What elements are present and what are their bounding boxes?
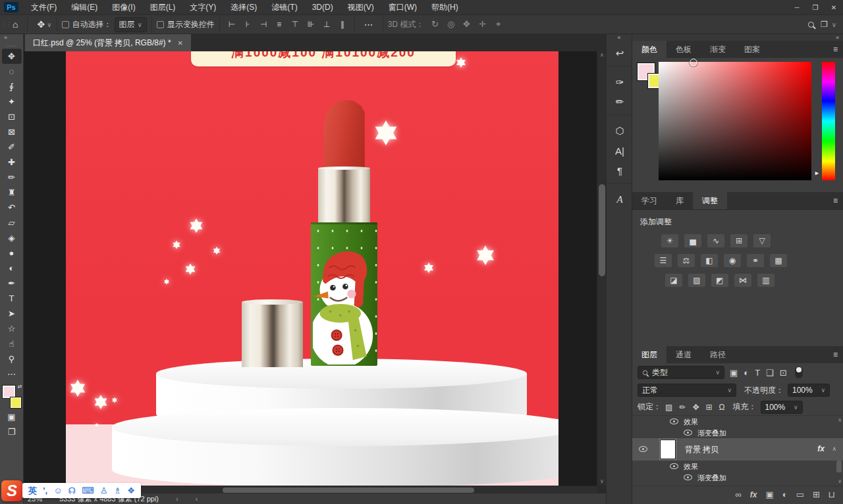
tool-magic-wand[interactable]: ✦ (2, 94, 22, 109)
panel-tab[interactable]: 调整 (693, 192, 727, 209)
align-middle-icon[interactable]: ⊪ (304, 20, 318, 29)
align-top-icon[interactable]: ⊤ (288, 20, 302, 29)
tool-shape[interactable]: ☆ (2, 321, 22, 336)
adj-threshold-icon[interactable]: ◩ (711, 274, 728, 287)
tool-dropdown-icon[interactable]: ∨ (47, 21, 51, 28)
opacity-field[interactable]: 100%∨ (788, 384, 830, 397)
adj-black-white-icon[interactable]: ◧ (701, 254, 718, 267)
panel-tab[interactable]: 图层 (632, 346, 666, 363)
glyphs-panel-icon[interactable]: A (607, 189, 633, 209)
distribute-v-icon[interactable]: ∥ (335, 20, 350, 29)
more-options-icon[interactable]: ⋯ (360, 19, 378, 30)
tool-hand[interactable]: ☝ (2, 336, 22, 351)
close-button[interactable]: ✕ (825, 0, 843, 14)
character-panel-icon[interactable]: A| (607, 141, 633, 161)
panel-tab[interactable]: 库 (666, 192, 693, 209)
adj-posterize-icon[interactable]: ▨ (688, 274, 705, 287)
ime-toolbox-icon[interactable]: ❖ (127, 486, 135, 495)
tool-healing-brush[interactable]: ✚ (2, 155, 22, 170)
adj-gradient-map-icon[interactable]: ▥ (757, 274, 775, 287)
layer-gradient-overlay-row[interactable]: 渐变叠加 (632, 427, 843, 438)
quick-mask-icon[interactable]: ▣ (2, 409, 22, 424)
foreground-color-swatch[interactable] (3, 386, 15, 398)
delete-layer-icon[interactable]: ⊔ (829, 490, 835, 499)
menu-item[interactable]: 图层(L) (143, 0, 183, 14)
menu-item[interactable]: 窗口(W) (381, 0, 424, 14)
screen-mode-icon[interactable]: ❐ (2, 424, 22, 440)
adj-selective-color-icon[interactable]: ⋈ (734, 274, 751, 287)
new-group-icon[interactable]: ▭ (796, 490, 804, 499)
minimize-button[interactable]: ─ (788, 0, 806, 14)
tool-move[interactable]: ✥ (2, 49, 22, 64)
layer-thumbnail[interactable] (660, 440, 676, 459)
align-left-icon[interactable]: ⊢ (225, 20, 239, 29)
tool-dodge[interactable]: ◐ (2, 261, 22, 276)
tool-zoom[interactable]: ⚲ (2, 351, 22, 366)
swap-colors-icon[interactable]: ⇄ (18, 384, 22, 390)
menu-item[interactable]: 视图(V) (340, 0, 381, 14)
align-bottom-icon[interactable]: ⊥ (319, 20, 334, 29)
menu-item[interactable]: 编辑(E) (64, 0, 105, 14)
saturation-brightness-picker[interactable] (659, 62, 811, 180)
tool-gradient[interactable]: ◈ (2, 230, 22, 245)
auto-select-checkbox[interactable]: 自动选择： (62, 19, 112, 30)
filter-shape-icon[interactable]: ❑ (766, 368, 774, 378)
tool-frame[interactable]: ⊠ (2, 124, 22, 139)
tool-lasso[interactable]: ∮ (2, 79, 22, 94)
add-layer-mask-icon[interactable]: ▣ (765, 490, 773, 499)
align-center-h-icon[interactable]: ⊦ (240, 20, 255, 29)
layer-gradient-overlay-row[interactable]: 渐变叠加 (632, 472, 843, 483)
ime-punctuation-icon[interactable]: ’, (43, 486, 47, 495)
filter-smart-object-icon[interactable]: ⊡ (780, 368, 787, 378)
visibility-icon[interactable] (670, 418, 678, 424)
visibility-icon[interactable] (684, 430, 692, 436)
workspace-icon[interactable]: ❐ (821, 20, 828, 29)
layer-filter-dropdown[interactable]: 类型 ∨ (638, 366, 724, 379)
menu-item[interactable]: 滤镜(T) (264, 0, 304, 14)
tool-crop[interactable]: ⊡ (2, 109, 22, 124)
horizontal-scroll-thumb[interactable] (223, 488, 474, 493)
filter-adjustment-icon[interactable]: ◐ (744, 368, 749, 378)
adj-color-balance-icon[interactable]: ⚖ (678, 254, 695, 267)
vertical-scroll-thumb[interactable] (599, 184, 605, 276)
status-next-icon[interactable]: › (176, 495, 178, 503)
color-picker-cursor[interactable] (690, 59, 697, 66)
ime-keyboard-icon[interactable]: ⌨ (82, 486, 94, 495)
panel-menu-icon[interactable]: ≡ (833, 45, 838, 54)
sogou-logo[interactable]: S (1, 480, 22, 501)
distribute-h-icon[interactable]: ≡ (272, 20, 286, 29)
scroll-up-icon[interactable]: ∧ (597, 51, 607, 59)
lock-paint-icon[interactable]: ✏ (679, 403, 686, 412)
tool-edit-toolbar[interactable]: ⋯ (2, 366, 22, 382)
ime-clothes-icon[interactable]: ♗ (113, 486, 121, 495)
adj-brightness-contrast-icon[interactable]: ☀ (661, 234, 678, 247)
adj-vibrance-icon[interactable]: ▽ (753, 234, 771, 247)
fill-field[interactable]: 100%∨ (761, 401, 803, 414)
adj-invert-icon[interactable]: ◪ (665, 274, 682, 287)
panel-tab[interactable]: 颜色 (632, 41, 666, 58)
panel-tab[interactable]: 路径 (701, 346, 735, 363)
properties-panel-icon[interactable]: ⬡ (607, 121, 633, 141)
collapse-effects-icon[interactable]: ∧ (832, 445, 836, 452)
menu-item[interactable]: 文字(Y) (182, 0, 223, 14)
home-icon[interactable]: ⌂ (8, 19, 22, 30)
tool-brush[interactable]: ✏ (2, 170, 22, 185)
restore-button[interactable]: ❐ (806, 0, 825, 14)
auto-select-dropdown[interactable]: 图层∨ (115, 17, 147, 32)
hue-slider-bar[interactable] (822, 62, 835, 180)
ime-skin-icon[interactable]: ♙ (100, 486, 108, 495)
menu-item[interactable]: 帮助(H) (424, 0, 466, 14)
brush-settings-panel-icon[interactable]: ✑ (607, 72, 633, 92)
panel-tab[interactable]: 通道 (666, 346, 701, 363)
brushes-panel-icon[interactable]: ✏ (607, 92, 633, 112)
menu-item[interactable]: 图像(I) (105, 0, 142, 14)
align-right-icon[interactable]: ⊣ (256, 20, 271, 29)
hue-slider-handle[interactable]: ► (814, 170, 820, 176)
adj-channel-mixer-icon[interactable]: ⚭ (747, 254, 764, 267)
adj-photo-filter-icon[interactable]: ◉ (724, 254, 741, 267)
layer-row-background-copy[interactable]: 背景 拷贝 fx ∧ (632, 438, 843, 461)
layer-effects-row[interactable]: 效果 (632, 416, 843, 427)
lock-move-icon[interactable]: ✥ (692, 403, 699, 412)
panel-menu-icon[interactable]: ≡ (833, 196, 838, 205)
panel-tab[interactable]: 色板 (666, 41, 701, 58)
